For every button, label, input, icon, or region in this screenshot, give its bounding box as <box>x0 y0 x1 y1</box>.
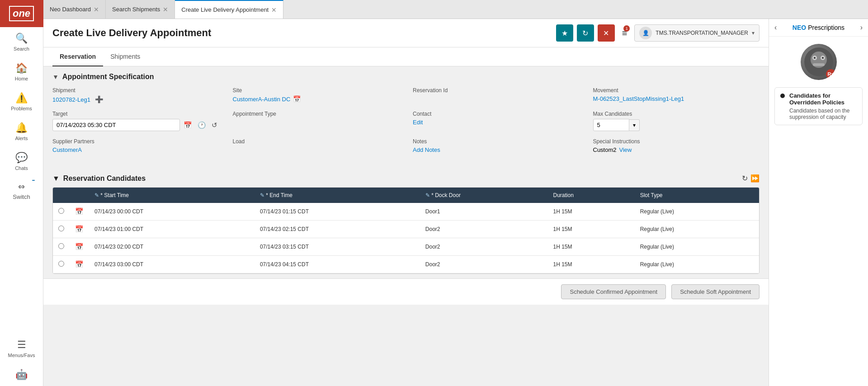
row-calendar-icon-3[interactable]: 📅 <box>75 260 84 268</box>
tab-close-search-shipments[interactable]: ✕ <box>163 6 168 13</box>
card-dot <box>780 94 785 98</box>
row-dock-door-1: Door2 <box>420 221 548 238</box>
tab-label: Search Shipments <box>112 6 160 13</box>
candidates-header: ▼ Reservation Candidates ↻ ⏩ <box>52 169 760 187</box>
star-icon: ★ <box>561 29 568 38</box>
contact-edit-link[interactable]: Edit <box>413 119 580 126</box>
movement-value[interactable]: M-062523_LastStopMissing1-Leg1 <box>593 95 760 102</box>
sidebar-item-switch[interactable]: ⇔ Switch <box>0 176 43 206</box>
target-field: Target 📅 🕐 ↺ <box>52 111 219 131</box>
row-radio-1[interactable] <box>58 226 64 231</box>
appointment-specification-section: ▼ Appointment Specification Shipment 102… <box>43 66 769 169</box>
row-calendar-icon-2[interactable]: 📅 <box>75 243 84 250</box>
tab-close-create-live-delivery[interactable]: ✕ <box>271 7 277 13</box>
col-dock-door: ✎ * Dock Door <box>420 188 548 203</box>
content-panel-wrapper: Create Live Delivery Appointment ★ ↻ ✕ ≡… <box>43 19 868 386</box>
row-calendar-icon-0[interactable]: 📅 <box>75 207 84 215</box>
target-calendar-button[interactable]: 📅 <box>182 120 194 130</box>
prescriptions-label: Prescriptions <box>808 24 844 31</box>
neo-prescription-card: Candidates for Overridden Policies Candi… <box>774 87 863 125</box>
notes-label: Notes <box>413 138 580 145</box>
tab-reservation[interactable]: Reservation <box>52 47 103 66</box>
neo-panel-next-button[interactable]: › <box>860 24 863 32</box>
sidebar-item-problems[interactable]: ⚠️ Problems <box>0 87 43 117</box>
max-candidates-label: Max Candidates <box>593 111 760 117</box>
row-radio-2[interactable] <box>58 243 64 249</box>
candidates-forward-button[interactable]: ⏩ <box>750 174 760 183</box>
supplier-partners-value[interactable]: CustomerA <box>52 146 219 153</box>
sidebar-item-home[interactable]: 🏠 Home <box>0 57 43 87</box>
bell-icon: 🔔 <box>15 122 28 134</box>
row-calendar-cell: 📅 <box>70 203 89 221</box>
col-end-time: ✎ * End Time <box>255 188 420 203</box>
app-logo[interactable]: one <box>0 0 43 27</box>
tab-search-shipments[interactable]: Search Shipments ✕ <box>106 0 175 19</box>
sidebar: one 🔍 Search 🏠 Home ⚠️ Problems 🔔 Alerts… <box>0 0 43 386</box>
tab-shipments[interactable]: Shipments <box>103 47 147 66</box>
sidebar-item-label: Alerts <box>15 136 28 141</box>
target-input[interactable] <box>52 119 180 131</box>
col-calendar <box>70 188 89 203</box>
favorite-button[interactable]: ★ <box>556 24 573 42</box>
col-duration: Duration <box>548 188 635 203</box>
target-clock-button[interactable]: 🕐 <box>196 120 208 130</box>
max-candidates-expand-button[interactable]: ▾ <box>629 119 640 131</box>
row-calendar-cell: 📅 <box>70 256 89 273</box>
tab-close-neo-dashboard[interactable]: ✕ <box>94 6 99 13</box>
tab-neo-dashboard[interactable]: Neo Dashboard ✕ <box>43 0 106 19</box>
appointment-specification-header[interactable]: ▼ Appointment Specification <box>52 66 760 85</box>
notification-badge: 1 <box>623 25 630 32</box>
edit-end-icon: ✎ <box>260 192 264 198</box>
schedule-confirmed-button[interactable]: Schedule Confirmed Appointment <box>561 284 666 299</box>
row-radio-0[interactable] <box>58 208 64 214</box>
menu-button[interactable]: ≡ 1 <box>618 26 631 40</box>
close-page-button[interactable]: ✕ <box>598 24 615 42</box>
table-row: 📅 07/14/23 02:00 CDT 07/14/23 03:15 CDT … <box>53 238 759 256</box>
row-slot-type-2: Regular (Live) <box>635 238 759 256</box>
sidebar-item-chats[interactable]: 💬 Chats <box>0 146 43 176</box>
sidebar-item-label: Chats <box>15 165 28 171</box>
shipment-value[interactable]: 1020782-Leg1 <box>52 96 90 103</box>
special-instructions-field: Special Instructions Custom2 View <box>593 138 760 153</box>
add-notes-link[interactable]: Add Notes <box>413 146 580 153</box>
sidebar-item-alerts[interactable]: 🔔 Alerts <box>0 117 43 146</box>
sidebar-item-neo-bot[interactable]: 🤖 <box>0 363 43 386</box>
candidates-table-wrapper: ✎ * Start Time ✎ * End Time ✎ <box>52 187 760 274</box>
tab-create-live-delivery[interactable]: Create Live Delivery Appointment ✕ <box>175 0 283 19</box>
sidebar-item-menus[interactable]: ☰ Menus/Favs <box>0 334 43 363</box>
refresh-button[interactable]: ↻ <box>577 24 594 42</box>
switch-badge <box>32 180 35 181</box>
add-shipment-icon[interactable]: ➕ <box>95 95 104 104</box>
row-radio-3[interactable] <box>58 261 64 267</box>
movement-label: Movement <box>593 87 760 94</box>
movement-field: Movement M-062523_LastStopMissing1-Leg1 <box>593 87 760 104</box>
max-candidates-input[interactable] <box>593 119 629 131</box>
contact-field: Contact Edit <box>413 111 580 131</box>
neo-avatar-wrap: Rx <box>769 37 868 84</box>
special-instructions-view-link[interactable]: View <box>619 146 632 153</box>
candidates-title[interactable]: ▼ Reservation Candidates <box>52 174 146 183</box>
robot-icon: 🤖 <box>15 369 28 381</box>
row-calendar-icon-1[interactable]: 📅 <box>75 225 84 233</box>
sidebar-item-search[interactable]: 🔍 Search <box>0 27 43 57</box>
table-row: 📅 07/14/23 00:00 CDT 07/14/23 01:15 CDT … <box>53 203 759 221</box>
page-title: Create Live Delivery Appointment <box>52 27 211 39</box>
schedule-soft-button[interactable]: Schedule Soft Appointment <box>671 284 760 299</box>
load-label: Load <box>233 138 400 145</box>
candidates-refresh-button[interactable]: ↻ <box>742 174 748 183</box>
sidebar-item-label: Search <box>14 46 29 52</box>
candidates-table: ✎ * Start Time ✎ * End Time ✎ <box>53 188 759 273</box>
sidebar-bottom: ☰ Menus/Favs 🤖 <box>0 334 43 386</box>
site-value[interactable]: CustomerA-Austin DC <box>233 96 291 103</box>
neo-panel-prev-button[interactable]: ‹ <box>774 24 777 32</box>
svg-rect-6 <box>813 63 825 66</box>
row-slot-type-1: Regular (Live) <box>635 221 759 238</box>
calendar-icon[interactable]: 📅 <box>293 95 301 103</box>
target-reset-button[interactable]: ↺ <box>210 120 219 130</box>
neo-prescriptions-panel: ‹ NEO Prescriptions › <box>769 19 868 386</box>
user-avatar: 👤 <box>639 27 652 39</box>
user-dropdown[interactable]: 👤 TMS.TRANSPORTATION_MANAGER ▾ <box>634 24 760 42</box>
notes-field: Notes Add Notes <box>413 138 580 153</box>
neo-panel-title: NEO Prescriptions <box>793 24 844 31</box>
neo-panel-header: ‹ NEO Prescriptions › <box>769 19 868 37</box>
